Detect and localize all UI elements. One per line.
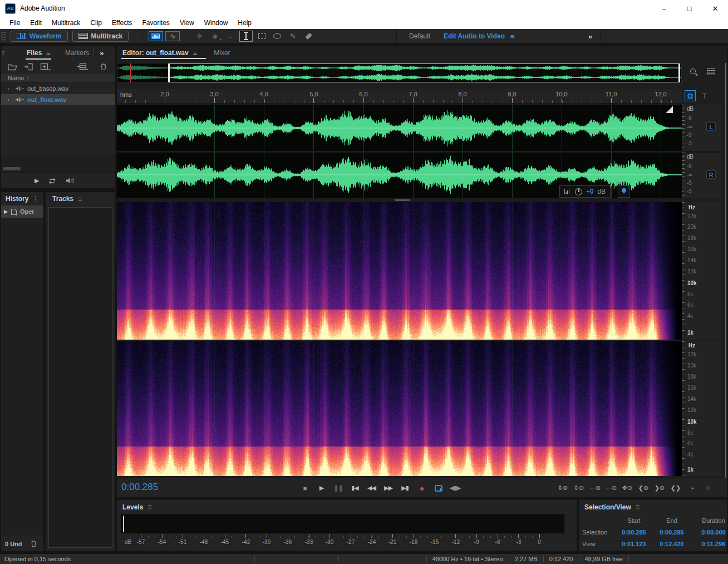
- selection-duration[interactable]: 0:00.000: [691, 529, 728, 536]
- skip-to-start-button[interactable]: ▮◀: [348, 482, 361, 494]
- multitrack-mode-button[interactable]: Multitrack: [72, 31, 129, 42]
- overview-zoom-full-icon[interactable]: [690, 68, 696, 74]
- snap-toggle-icon[interactable]: Ω: [685, 90, 696, 101]
- close-button[interactable]: ✕: [702, 0, 728, 17]
- expand-icon[interactable]: ›: [1, 97, 16, 103]
- menu-edit[interactable]: Edit: [25, 17, 47, 29]
- tracks-menu-icon[interactable]: ≡: [78, 195, 82, 203]
- maximize-button[interactable]: □: [677, 0, 702, 17]
- paintbrush-tool-icon[interactable]: ✎: [286, 31, 299, 42]
- zoom-in-at-out-point-button[interactable]: ❯⊕: [652, 482, 667, 494]
- zoom-in-amplitude-button[interactable]: ⇕⊕: [555, 482, 570, 494]
- corner-grip-icon[interactable]: [666, 106, 673, 113]
- selection-view-menu-icon[interactable]: ≡: [636, 503, 640, 511]
- stop-button[interactable]: ■: [298, 482, 311, 494]
- zoom-to-selection-button[interactable]: ❮❯: [668, 482, 683, 494]
- loop-playback-button[interactable]: [432, 482, 445, 494]
- view-end[interactable]: 0:12.420: [652, 541, 691, 547]
- overview-range-box[interactable]: [168, 63, 680, 82]
- menu-favorites[interactable]: Favorites: [137, 17, 175, 29]
- menu-clip[interactable]: Clip: [85, 17, 107, 29]
- spectrogram-canvas-left[interactable]: [117, 202, 682, 340]
- pause-button[interactable]: ❚❚: [332, 482, 345, 494]
- trash-icon[interactable]: [100, 63, 107, 71]
- spectrogram-canvas-right[interactable]: [117, 341, 682, 476]
- menu-window[interactable]: Window: [199, 17, 233, 29]
- workspace-default[interactable]: Default: [397, 32, 444, 40]
- record-button[interactable]: ●: [415, 482, 428, 494]
- marquee-selection-tool-icon[interactable]: [255, 31, 268, 42]
- left-channel-button[interactable]: L: [706, 122, 716, 131]
- selection-end[interactable]: 0:00.285: [652, 529, 691, 536]
- right-channel-button[interactable]: R: [706, 170, 716, 179]
- splitter-handle[interactable]: [395, 199, 410, 201]
- preview-play-icon[interactable]: ▶: [35, 177, 39, 184]
- zoom-disabled-button[interactable]: ⊕: [701, 482, 715, 494]
- expand-icon[interactable]: ›: [1, 86, 16, 92]
- wave-spec-splitter[interactable]: [117, 198, 682, 202]
- open-folder-icon[interactable]: [8, 63, 17, 71]
- speaker-icon[interactable]: [66, 177, 75, 184]
- levels-menu-icon[interactable]: ≡: [147, 503, 152, 511]
- editor-menu-icon[interactable]: ≡: [193, 49, 198, 57]
- reset-zoom-button[interactable]: ◔: [685, 482, 699, 494]
- hud-gain-value[interactable]: +0: [586, 188, 594, 195]
- menu-effects[interactable]: Effects: [107, 17, 137, 29]
- play-button[interactable]: ▶: [315, 482, 328, 494]
- tab-tracks[interactable]: Tracks: [52, 195, 73, 203]
- file-row-selected[interactable]: › out_float.wav: [1, 94, 115, 105]
- menu-file[interactable]: File: [4, 17, 25, 29]
- spot-healing-brush-tool-icon[interactable]: [302, 31, 315, 42]
- view-duration[interactable]: 0:11.296: [691, 541, 728, 547]
- lasso-selection-tool-icon[interactable]: [270, 31, 284, 42]
- zoom-in-time-button[interactable]: ⇔⊕: [588, 482, 602, 494]
- menu-view[interactable]: View: [175, 17, 199, 29]
- files-panel-menu-icon[interactable]: ≡: [46, 49, 51, 57]
- workspace-active[interactable]: Edit Audio to Video: [444, 32, 505, 40]
- level-meter[interactable]: [121, 514, 564, 533]
- razor-tool-icon[interactable]: ◆▾: [208, 31, 222, 42]
- zoom-out-time-button[interactable]: ⇔⊖: [604, 482, 618, 494]
- zoom-in-at-in-point-button[interactable]: ❮⊕: [636, 482, 651, 494]
- move-tool-icon[interactable]: ✥: [193, 31, 206, 42]
- history-entry-row[interactable]: ▶ Oper: [1, 205, 43, 218]
- loop-preview-icon[interactable]: [48, 177, 57, 184]
- waveform-canvas[interactable]: [117, 105, 682, 198]
- workspace-overflow-icon[interactable]: »: [588, 32, 592, 41]
- timeline-ruler[interactable]: hms 2,0 3,0 4,0 5,0 6,0 7,0 8,0 9,0 10,0…: [117, 89, 682, 104]
- tab-files[interactable]: Files: [27, 49, 42, 57]
- menu-help[interactable]: Help: [233, 17, 257, 29]
- time-selection-tool-icon[interactable]: [239, 31, 253, 42]
- tab-editor[interactable]: Editor: out_float.wav: [122, 49, 189, 57]
- spectral-display-toggle[interactable]: [149, 31, 163, 41]
- minimize-button[interactable]: –: [651, 0, 677, 17]
- skip-to-end-button[interactable]: ▶▮: [399, 482, 411, 494]
- history-menu-icon[interactable]: ⋮: [32, 195, 39, 203]
- zoom-out-full-button[interactable]: ✥⊖: [620, 482, 634, 494]
- menu-multitrack[interactable]: Multitrack: [47, 17, 85, 29]
- tab-mixer[interactable]: Mixer: [214, 49, 230, 57]
- hud-pin-button[interactable]: [618, 185, 630, 198]
- workspace-menu-icon[interactable]: ≡: [510, 32, 515, 41]
- tab-levels[interactable]: Levels: [122, 503, 143, 511]
- file-row[interactable]: › out_basop.wav: [1, 83, 115, 94]
- files-hscrollbar[interactable]: [3, 167, 21, 170]
- clipped-tab[interactable]: r: [2, 49, 4, 57]
- history-trash-icon[interactable]: [30, 540, 37, 547]
- editor-list-icon[interactable]: [707, 68, 715, 75]
- tab-history[interactable]: History: [6, 195, 28, 203]
- volume-knob-icon[interactable]: [575, 188, 582, 195]
- import-file-icon[interactable]: [24, 63, 33, 71]
- slip-tool-icon[interactable]: ↔: [224, 31, 237, 42]
- files-overflow-icon[interactable]: »: [100, 49, 104, 57]
- new-file-icon[interactable]: [40, 63, 51, 71]
- tab-selection-view[interactable]: Selection/View: [584, 503, 631, 511]
- marker-pin-icon[interactable]: ⊤: [699, 90, 710, 101]
- waveform-display-toggle[interactable]: ∿: [165, 31, 180, 41]
- view-start[interactable]: 0:01.123: [616, 541, 652, 547]
- name-column-header[interactable]: Name ↑: [1, 73, 115, 83]
- selection-start[interactable]: 0:00.285: [616, 529, 652, 536]
- skip-selection-button[interactable]: ◀▮▶: [449, 482, 461, 494]
- tab-markers[interactable]: Markers: [65, 49, 89, 57]
- fast-forward-button[interactable]: ▶▶: [382, 482, 395, 494]
